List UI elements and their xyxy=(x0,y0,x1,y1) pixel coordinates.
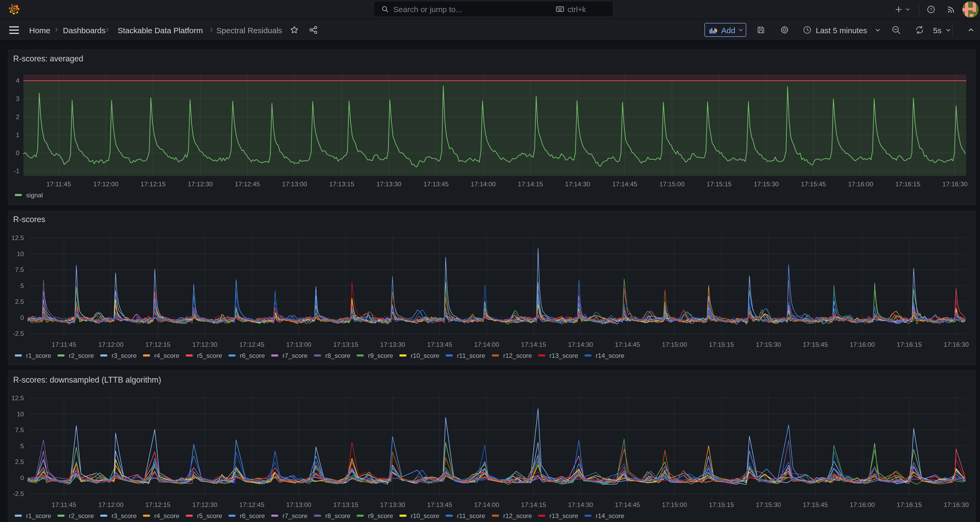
svg-text:17:13:15: 17:13:15 xyxy=(333,341,358,348)
svg-text:17:16:15: 17:16:15 xyxy=(895,180,920,188)
svg-text:17:13:30: 17:13:30 xyxy=(380,341,405,348)
svg-text:17:15:15: 17:15:15 xyxy=(709,341,734,348)
svg-text:r10_score: r10_score xyxy=(410,512,439,519)
svg-text:-1: -1 xyxy=(14,167,19,174)
svg-text:r8_score: r8_score xyxy=(325,512,350,519)
svg-text:17:16:15: 17:16:15 xyxy=(897,501,922,508)
svg-text:17:14:00: 17:14:00 xyxy=(471,180,496,188)
svg-text:3: 3 xyxy=(16,95,19,102)
svg-text:r13_score: r13_score xyxy=(549,512,578,519)
svg-text:17:13:30: 17:13:30 xyxy=(376,180,401,188)
svg-text:r6_score: r6_score xyxy=(240,352,265,359)
svg-text:17:15:45: 17:15:45 xyxy=(803,341,828,348)
svg-text:r10_score: r10_score xyxy=(410,352,439,359)
svg-text:17:13:45: 17:13:45 xyxy=(427,501,452,508)
svg-text:17:12:00: 17:12:00 xyxy=(94,180,118,188)
svg-text:10: 10 xyxy=(17,410,24,418)
svg-text:17:14:15: 17:14:15 xyxy=(518,180,543,188)
svg-text:r11_score: r11_score xyxy=(457,512,485,519)
svg-text:17:13:45: 17:13:45 xyxy=(423,180,449,188)
svg-text:r8_score: r8_score xyxy=(325,352,350,359)
svg-text:17:15:30: 17:15:30 xyxy=(754,180,779,188)
svg-text:r14_score: r14_score xyxy=(596,512,624,519)
svg-text:r2_score: r2_score xyxy=(69,352,94,359)
svg-text:0: 0 xyxy=(20,314,24,321)
svg-text:17:12:30: 17:12:30 xyxy=(192,501,218,508)
svg-text:17:15:00: 17:15:00 xyxy=(662,501,687,508)
svg-text:-2.5: -2.5 xyxy=(13,330,24,337)
svg-text:17:16:00: 17:16:00 xyxy=(848,180,873,188)
svg-text:17:16:00: 17:16:00 xyxy=(850,501,875,508)
svg-text:r1_score: r1_score xyxy=(26,512,51,519)
svg-text:17:15:30: 17:15:30 xyxy=(756,501,781,508)
svg-text:r3_score: r3_score xyxy=(111,512,137,519)
svg-text:17:14:30: 17:14:30 xyxy=(568,341,593,348)
svg-text:10: 10 xyxy=(17,250,24,257)
svg-text:r5_score: r5_score xyxy=(197,512,222,519)
svg-text:17:12:15: 17:12:15 xyxy=(140,180,165,188)
svg-text:7.5: 7.5 xyxy=(15,266,24,273)
svg-text:r7_score: r7_score xyxy=(282,352,307,359)
svg-text:17:14:45: 17:14:45 xyxy=(612,180,637,188)
svg-text:17:12:00: 17:12:00 xyxy=(99,501,124,508)
svg-text:r4_score: r4_score xyxy=(154,352,179,359)
svg-text:17:12:45: 17:12:45 xyxy=(239,341,264,348)
svg-text:0: 0 xyxy=(20,474,24,481)
svg-text:17:12:30: 17:12:30 xyxy=(192,341,218,348)
svg-text:17:14:00: 17:14:00 xyxy=(474,501,499,508)
svg-text:r12_score: r12_score xyxy=(503,512,532,519)
svg-text:17:13:30: 17:13:30 xyxy=(380,501,405,508)
svg-text:7.5: 7.5 xyxy=(15,426,24,433)
svg-text:17:15:00: 17:15:00 xyxy=(662,341,687,348)
svg-text:17:12:45: 17:12:45 xyxy=(235,180,260,188)
svg-text:1: 1 xyxy=(16,131,19,138)
svg-text:17:11:45: 17:11:45 xyxy=(52,501,76,508)
svg-text:17:12:30: 17:12:30 xyxy=(188,180,213,188)
svg-text:r9_score: r9_score xyxy=(368,512,393,519)
svg-text:2: 2 xyxy=(16,113,19,120)
svg-text:17:15:30: 17:15:30 xyxy=(756,341,781,348)
svg-text:17:15:00: 17:15:00 xyxy=(659,180,684,188)
svg-text:r6_score: r6_score xyxy=(240,512,265,519)
svg-text:12.5: 12.5 xyxy=(11,394,24,402)
svg-text:17:14:30: 17:14:30 xyxy=(565,180,590,188)
svg-text:17:16:15: 17:16:15 xyxy=(897,341,922,348)
svg-text:r14_score: r14_score xyxy=(596,352,624,359)
svg-text:17:13:00: 17:13:00 xyxy=(286,341,311,348)
svg-text:17:14:45: 17:14:45 xyxy=(615,501,640,508)
svg-text:2.5: 2.5 xyxy=(15,298,24,305)
svg-text:17:15:15: 17:15:15 xyxy=(706,180,732,188)
svg-text:0: 0 xyxy=(16,149,19,156)
svg-text:17:12:45: 17:12:45 xyxy=(239,501,264,508)
svg-text:17:16:30: 17:16:30 xyxy=(944,501,969,508)
svg-text:12.5: 12.5 xyxy=(11,234,24,241)
svg-text:17:13:45: 17:13:45 xyxy=(427,341,452,348)
svg-text:r2_score: r2_score xyxy=(69,512,94,519)
svg-text:5: 5 xyxy=(20,282,24,289)
svg-text:r9_score: r9_score xyxy=(368,352,393,359)
svg-text:R-scores: R-scores xyxy=(13,215,45,224)
svg-text:17:14:15: 17:14:15 xyxy=(521,501,546,508)
svg-text:-2.5: -2.5 xyxy=(13,490,24,497)
svg-text:R-scores: averaged: R-scores: averaged xyxy=(13,54,83,63)
svg-text:17:13:15: 17:13:15 xyxy=(329,180,354,188)
svg-text:17:16:30: 17:16:30 xyxy=(944,341,969,348)
svg-text:17:14:15: 17:14:15 xyxy=(521,341,546,348)
svg-text:4: 4 xyxy=(16,77,19,84)
svg-text:17:12:15: 17:12:15 xyxy=(145,501,170,508)
svg-text:r11_score: r11_score xyxy=(457,352,485,359)
svg-text:17:13:00: 17:13:00 xyxy=(282,180,307,188)
svg-text:r4_score: r4_score xyxy=(154,512,179,519)
svg-text:17:11:45: 17:11:45 xyxy=(52,341,76,348)
svg-text:17:16:30: 17:16:30 xyxy=(942,180,967,188)
svg-text:17:15:45: 17:15:45 xyxy=(801,180,826,188)
svg-text:5: 5 xyxy=(20,442,24,450)
svg-text:r12_score: r12_score xyxy=(503,352,532,359)
svg-text:R-scores: downsampled (LTTB al: R-scores: downsampled (LTTB algorithm) xyxy=(13,375,161,385)
svg-text:17:13:15: 17:13:15 xyxy=(333,501,358,508)
svg-text:17:14:30: 17:14:30 xyxy=(568,501,593,508)
svg-text:17:14:00: 17:14:00 xyxy=(474,341,499,348)
svg-text:17:12:15: 17:12:15 xyxy=(145,341,170,348)
svg-text:r3_score: r3_score xyxy=(111,352,137,359)
svg-text:r7_score: r7_score xyxy=(282,512,307,519)
